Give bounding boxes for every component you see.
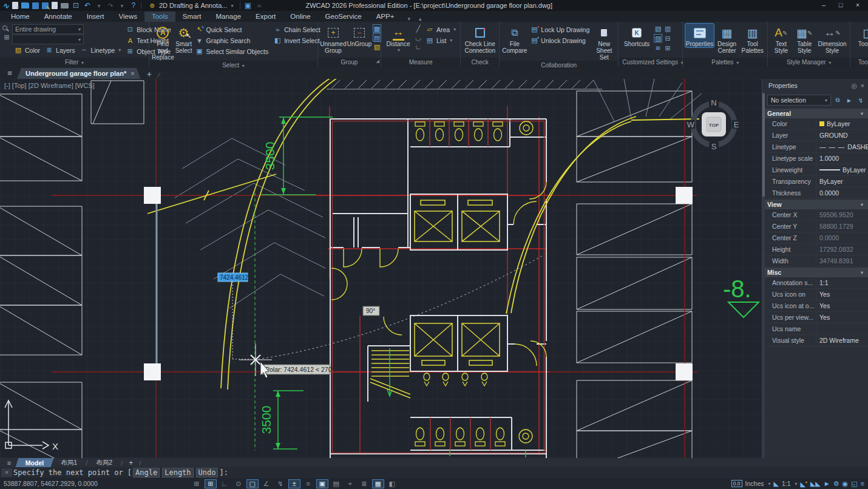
layers-button[interactable]: ≣ Layers — [43, 45, 77, 55]
properties-palette-button[interactable]: Properties — [685, 24, 714, 47]
dynamic-input-value[interactable]: 7424.4612 — [220, 274, 249, 281]
command-option-length[interactable]: Length — [162, 468, 193, 477]
compass-west[interactable]: W — [687, 120, 695, 129]
tab-layout2[interactable]: 布局2 — [89, 459, 120, 467]
annotation-scale-value[interactable]: 1:1 — [782, 480, 791, 487]
tab-views[interactable]: Views — [112, 12, 144, 22]
command-line[interactable]: × Specify the next point or [ Angle Leng… — [0, 467, 868, 478]
check-group-label[interactable]: Check — [461, 58, 499, 67]
redo-icon[interactable]: ↷ — [106, 2, 115, 10]
measure-arc-icon[interactable]: ◡ — [414, 33, 422, 42]
unnamed-group-button[interactable]: + Unnamed Group — [320, 24, 346, 54]
ribbon-collapse-icon[interactable]: ▴ — [416, 16, 424, 22]
compass-east[interactable]: E — [734, 120, 739, 129]
ribbon-state-icon[interactable]: ≂ — [255, 2, 263, 10]
auto-annotation-scale-icon[interactable]: ◣◣ — [810, 480, 821, 488]
area-button[interactable]: ▱ Area ▾ — [424, 24, 458, 35]
shortcuts-button[interactable]: K Shortcuts — [621, 24, 653, 47]
model-paper-toggle[interactable]: ◧ — [386, 479, 398, 488]
annotation-scale-icon[interactable]: ◣ — [774, 480, 779, 488]
status-menu-icon[interactable]: ≡ — [861, 480, 864, 487]
osnap-toggle[interactable]: ▢ — [246, 479, 259, 488]
ucs-toggle[interactable]: ▦ — [372, 479, 384, 488]
close-button[interactable]: × — [850, 1, 866, 10]
tab-annotate[interactable]: Annotate — [37, 12, 80, 22]
layout-menu-icon[interactable]: ≡ — [2, 459, 16, 467]
measure-coord-icon[interactable]: ∟ — [414, 42, 422, 51]
interface-icon[interactable]: ▥ — [663, 24, 672, 33]
doc-menu-icon[interactable]: ≡ — [2, 69, 17, 78]
maximize-button[interactable]: □ — [833, 1, 849, 10]
tab-layout1[interactable]: 布局1 — [53, 459, 84, 467]
group-select-icon[interactable]: ▤ — [373, 33, 381, 42]
new-document-icon[interactable]: + — [141, 69, 158, 79]
help-icon[interactable]: ? — [129, 2, 138, 10]
measure-group-label[interactable]: Measure — [381, 58, 460, 67]
linetype-display-toggle[interactable]: ≣ — [358, 479, 370, 488]
group-edit-icon[interactable]: ▩ — [373, 24, 381, 33]
drawing-canvas[interactable]: 3500 3500 -8. N W E S TOP X [-] [To — [0, 79, 762, 458]
invert-select-button[interactable]: ◧ Invert Select — [271, 35, 322, 46]
pin-icon[interactable]: ◎ — [852, 82, 857, 89]
new-file-icon[interactable]: + — [12, 2, 18, 9]
open-file-icon[interactable] — [21, 2, 29, 8]
dynamic-input-toggle[interactable]: ± — [288, 479, 300, 488]
document-tab[interactable]: Underground garage floor plan* × — [17, 68, 141, 79]
viewport-controls[interactable]: [-] [Top] [2D Wireframe] [WCS] — [4, 82, 95, 89]
smart-select-button[interactable]: ⚙ ↖ Smart Select — [175, 24, 192, 54]
measure-line-icon[interactable]: ╱ — [414, 24, 422, 33]
color-button[interactable]: ▧ Color — [12, 45, 42, 55]
compass-south[interactable]: S — [711, 142, 717, 151]
isolate-objects-icon[interactable]: ◉ — [843, 480, 849, 488]
angle-snap-toggle[interactable]: ∠ — [260, 479, 273, 488]
tab-home[interactable]: Home — [4, 12, 37, 22]
quick-select-button[interactable]: ↖↯ Quick Select — [193, 24, 270, 35]
ortho-toggle[interactable]: ∟ — [219, 479, 231, 488]
quick-select-panel-icon[interactable]: ↯ — [856, 95, 866, 105]
tab-model[interactable]: Model — [16, 458, 54, 467]
new-sheet-set-button[interactable]: + New Sheet Set — [592, 24, 615, 61]
distance-button[interactable]: ↔ Distance ▾ — [384, 24, 413, 53]
settings-gear-icon[interactable]: ⚙ — [833, 480, 839, 488]
tab-tools[interactable]: Tools — [144, 12, 175, 22]
annotation-monitor-toggle[interactable]: ▤ — [330, 479, 342, 488]
tab-manage[interactable]: Manage — [209, 12, 249, 22]
redo-dropdown-icon[interactable]: ▾ — [118, 2, 126, 10]
scale-dropdown-icon[interactable]: ▾ — [795, 481, 798, 487]
grid-toggle[interactable]: ⊞ — [191, 479, 203, 488]
preview-icon[interactable]: ⊡ — [72, 2, 80, 10]
lineweight-toggle[interactable]: ≡ — [302, 479, 314, 488]
print-icon[interactable] — [61, 3, 69, 8]
filter-scope-select[interactable]: Entire drawing ▾ — [12, 24, 84, 34]
add-layout-icon[interactable]: + — [124, 459, 138, 467]
snap-toggle[interactable]: ⊞ — [205, 479, 217, 488]
section-view[interactable]: View ▾ — [762, 199, 868, 209]
section-general[interactable]: General ▾ — [762, 108, 868, 118]
tab-geoservice[interactable]: GeoService — [318, 12, 369, 22]
unit-label[interactable]: Inches — [745, 480, 764, 487]
check-line-connection-button[interactable]: ● Check Line Connection — [463, 24, 497, 54]
tab-export[interactable]: Export — [248, 12, 283, 22]
tab-smart[interactable]: Smart — [175, 12, 209, 22]
linetype-button[interactable]: ┄ Linetype ▾ — [78, 45, 123, 55]
dimension-style-button[interactable]: ↔✎ Dimension Style — [817, 24, 847, 54]
select-group-label[interactable]: Select ▾ — [149, 61, 317, 70]
toolbar-button[interactable]: ◫ Toolbar — [853, 24, 868, 47]
dialog-launcher-icon[interactable]: ◢ — [376, 56, 379, 66]
toolbox-icon[interactable]: ▣ — [243, 2, 252, 10]
alias-edit-icon[interactable]: ▧ — [654, 24, 662, 33]
toggle-pickadd-icon[interactable]: ⧉ — [833, 95, 843, 105]
copy-icon[interactable] — [52, 2, 58, 9]
tool-palettes-button[interactable]: ▥ Tool Palettes — [740, 24, 765, 54]
cursor-badge-icon[interactable]: ► — [824, 480, 830, 487]
fullscreen-icon[interactable]: ◱ — [851, 480, 857, 488]
tab-online[interactable]: Online — [283, 12, 317, 22]
unit-dropdown-icon[interactable]: ▾ — [768, 481, 770, 487]
section-misc[interactable]: Misc ▾ — [762, 267, 868, 277]
document-close-icon[interactable]: × — [131, 70, 134, 77]
undo-icon[interactable]: ↶ — [83, 2, 92, 10]
command-close-icon[interactable]: × — [1, 468, 12, 477]
compass-north[interactable]: N — [711, 98, 716, 107]
unit-precision-badge[interactable]: 0.0 — [731, 480, 742, 487]
filter-name-select[interactable]: ▾ — [12, 35, 84, 44]
